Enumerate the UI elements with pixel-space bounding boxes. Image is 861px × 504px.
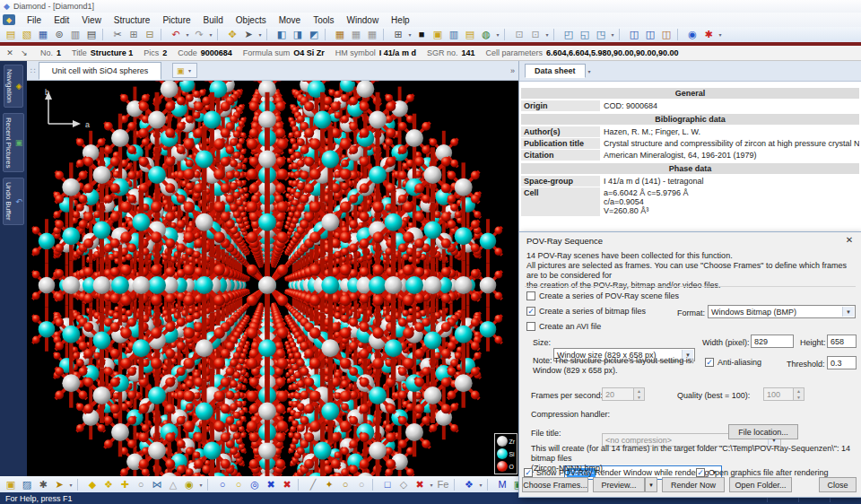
menu-objects[interactable]: Objects (230, 14, 273, 26)
dropdown-arrow-icon[interactable]: ▾ (207, 31, 214, 38)
menu-move[interactable]: Move (273, 14, 307, 26)
toolbar-grip-icon[interactable]: ∷ (30, 66, 35, 75)
datasheet-menu-icon[interactable]: ▾ (588, 68, 591, 74)
save-file-icon[interactable]: ▦ (35, 27, 51, 42)
autobuild-icon[interactable]: ➤ (51, 477, 67, 492)
povray-icon[interactable]: ◉ (684, 27, 700, 42)
width-input[interactable]: 829 (751, 335, 794, 348)
bitmap-files-checkbox[interactable]: Create a series of bitmap files (526, 307, 646, 316)
find-icon[interactable]: ⊚ (51, 27, 67, 42)
representation-icon[interactable]: ▨ (19, 477, 35, 492)
structure-viewport[interactable]: b a ZrSiO (27, 81, 518, 476)
menu-build[interactable]: Build (197, 14, 230, 26)
undo-icon[interactable]: ↶ (168, 27, 184, 42)
fps-stepper[interactable]: 20 ▲▼ (602, 387, 645, 401)
preview-dropdown-icon[interactable]: ▼ (645, 477, 657, 492)
distance-histogram-icon[interactable]: ◫ (658, 27, 674, 42)
open-folder-button[interactable]: Open Folder... (729, 477, 792, 492)
angle-tool-icon[interactable]: ○ (337, 477, 353, 492)
blackscreen-icon[interactable]: ■ (413, 27, 430, 42)
menu-help[interactable]: Help (385, 14, 416, 26)
packing-icon[interactable]: ❖ (461, 477, 477, 492)
delete-plane-icon[interactable]: ✖ (412, 477, 428, 492)
menu-picture[interactable]: Picture (156, 14, 196, 26)
threshold-input[interactable]: 0.3 (827, 356, 857, 369)
sidebar-tab-recent-pictures[interactable]: ▣Recent Pictures (3, 113, 25, 172)
network-icon[interactable]: ⋈ (149, 477, 165, 492)
add-bond-icon[interactable]: ✚ (117, 477, 133, 492)
choose-frames-button[interactable]: Choose Frames... (522, 477, 588, 492)
open-file-icon[interactable]: ▧ (19, 27, 35, 42)
destroy-all-icon[interactable]: ✖ (279, 477, 295, 492)
layout-picture-icon[interactable]: ▤ (462, 27, 478, 42)
render-now-button[interactable]: Render Now (662, 477, 725, 492)
ring-atoms-icon[interactable]: ◎ (247, 477, 263, 492)
next-picture-icon[interactable]: ⊡ (527, 27, 544, 42)
close-structure-icon[interactable]: ✕ (4, 48, 15, 57)
new-document-icon[interactable]: ▤ (3, 27, 19, 42)
spin-down-icon[interactable]: ▼ (794, 395, 804, 401)
dropdown-arrow-icon[interactable]: ▾ (67, 482, 74, 488)
dropdown-arrow-icon[interactable]: ▾ (544, 31, 551, 38)
new-structure-picture-icon[interactable]: ▣ (430, 27, 446, 42)
format-select[interactable]: Windows Bitmap (BMP)▼ (708, 305, 856, 318)
dropdown-arrow-icon[interactable]: ▾ (184, 31, 191, 38)
show-render-window-checkbox[interactable]: Show POV-Ray Render Window while renderi… (524, 468, 709, 477)
picture-window-icon[interactable]: ◧ (274, 27, 290, 42)
avi-file-checkbox[interactable]: Create an AVI file (526, 322, 601, 331)
picture-tab[interactable]: Unit cell with SiO4 spheres (39, 62, 162, 80)
render-options-icon[interactable]: ✱ (700, 27, 717, 42)
cut-icon[interactable]: ✂ (109, 27, 126, 42)
fragment-icon[interactable]: △ (165, 477, 181, 492)
table-structures-icon[interactable]: ▦ (332, 27, 348, 42)
fill-cell-icon[interactable]: ✦ (321, 477, 337, 492)
diffraction-chart-icon[interactable]: ◫ (626, 27, 642, 42)
dropdown-arrow-icon[interactable]: ▾ (717, 31, 724, 38)
menu-view[interactable]: View (75, 14, 108, 26)
dropdown-arrow-icon[interactable]: ▾ (406, 31, 413, 38)
measure-icon[interactable]: M (494, 477, 510, 492)
picture-reset-icon[interactable]: ◩ (306, 27, 322, 42)
quality-stepper[interactable]: 100 ▲▼ (763, 387, 804, 401)
web-export-icon[interactable]: ◍ (478, 27, 494, 42)
mdi-child-icon[interactable]: ◆ (3, 14, 15, 25)
dropdown-arrow-icon[interactable]: ▾ (477, 482, 484, 488)
menu-structure[interactable]: Structure (108, 14, 157, 26)
dropdown-arrow-icon[interactable]: ▾ (428, 482, 435, 488)
sidebar-tab-undo-buffer[interactable]: ↶Undo Buffer (3, 178, 24, 225)
picture-new-icon[interactable]: ◨ (290, 27, 306, 42)
scene-files-checkbox[interactable]: Create a series of POV-Ray scene files (526, 291, 679, 300)
height-input[interactable]: 658 (827, 335, 857, 348)
menu-window[interactable]: Window (341, 14, 386, 26)
copy-icon[interactable]: ⊞ (126, 27, 142, 42)
redo-icon[interactable]: ↷ (191, 27, 207, 42)
close-button[interactable]: Close (819, 477, 857, 492)
open-graphics-checkbox[interactable]: Open graphics file after rendering (696, 468, 829, 477)
ring-build-icon[interactable]: ○ (230, 477, 247, 492)
table-bonds-icon[interactable]: ▦ (364, 27, 380, 42)
destroy-atoms-icon[interactable]: ✖ (263, 477, 279, 492)
goto-structure-icon[interactable]: ↘ (19, 48, 30, 57)
cascade-windows-icon[interactable]: ◱ (577, 27, 593, 42)
picture-settings-icon[interactable]: ▣ (3, 477, 19, 492)
file-location-button[interactable]: File location... (728, 424, 798, 439)
new-picture-button[interactable]: ▣▾ (172, 63, 197, 78)
add-atom-icon[interactable]: ◆ (84, 477, 100, 492)
print-preview-icon[interactable]: ▥ (67, 27, 83, 42)
dropdown-arrow-icon[interactable]: ▾ (494, 31, 501, 38)
close-icon[interactable]: ✕ (843, 235, 856, 245)
bond-tool-icon[interactable]: ╱ (305, 477, 321, 492)
spin-down-icon[interactable]: ▼ (634, 395, 644, 401)
pan-icon[interactable]: ✥ (224, 27, 240, 42)
print-icon[interactable]: ▤ (83, 27, 100, 42)
ring-search-icon[interactable]: ○ (214, 477, 230, 492)
paste-icon[interactable]: ⊟ (142, 27, 158, 42)
split-window-icon[interactable]: ◳ (593, 27, 609, 42)
anti-aliasing-checkbox[interactable]: Anti-aliasing (705, 358, 761, 367)
unit-cell-icon[interactable]: □ (379, 477, 396, 492)
table-atoms-icon[interactable]: ▦ (348, 27, 364, 42)
overflow-chevron-icon[interactable]: » (510, 66, 515, 75)
connect-atoms-icon[interactable]: ○ (133, 477, 149, 492)
preview-button[interactable]: Preview... (593, 477, 645, 492)
prev-picture-icon[interactable]: ⊡ (511, 27, 527, 42)
